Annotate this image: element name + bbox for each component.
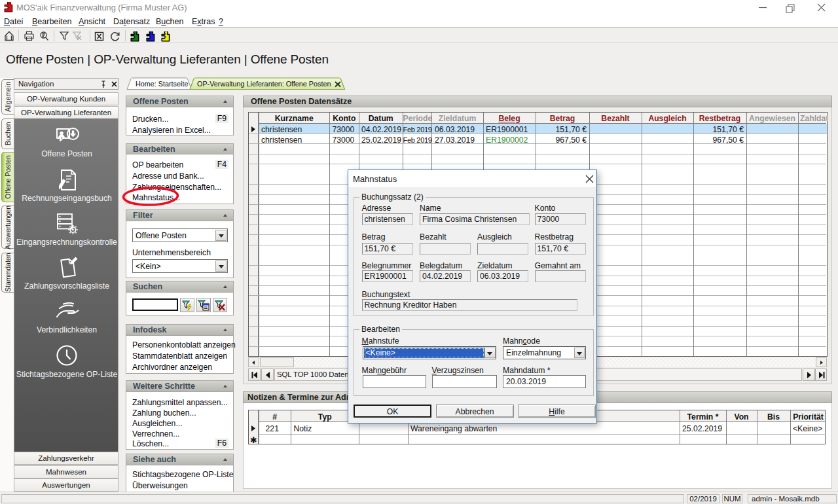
svg-text:Home: Startseite: Home: Startseite [136,80,188,88]
svg-text:OP-Verwaltung Lieferanten: Off: OP-Verwaltung Lieferanten: Offene Posten [197,80,331,88]
